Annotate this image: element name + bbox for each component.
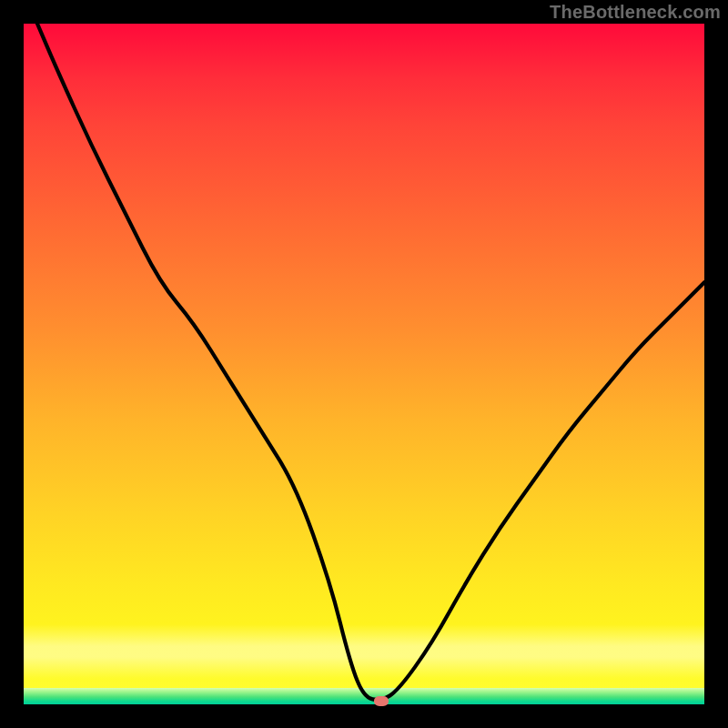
plot-green-strip xyxy=(24,688,704,704)
watermark-text: TheBottleneck.com xyxy=(550,2,721,23)
minimum-marker xyxy=(374,696,389,706)
plot-gradient-area xyxy=(24,24,704,704)
chart-frame: TheBottleneck.com xyxy=(0,0,728,728)
plot-pale-band xyxy=(24,624,704,679)
